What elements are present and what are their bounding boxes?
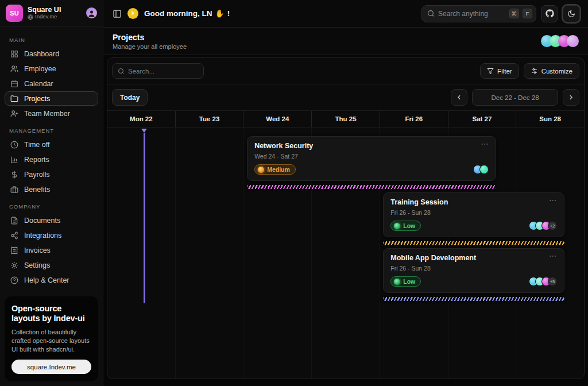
event-network-security: Network Security ⋯ Wed 24 - Sat 27 Mediu… (247, 136, 496, 189)
clock-icon (10, 140, 18, 149)
sliders-icon (531, 67, 538, 75)
promo-card: Open-source layouts by Indev-ui Collecti… (5, 296, 98, 381)
sidebar-item-label: Calendar (24, 80, 53, 88)
avatar (567, 35, 579, 47)
ellipsis-menu-icon[interactable]: ⋯ (549, 254, 557, 258)
customize-button[interactable]: Customize (524, 63, 579, 79)
sidebar-item-calendar[interactable]: Calendar (5, 76, 98, 91)
sidebar-item-label: Documents (24, 217, 60, 225)
calendar-toolbar: Today Dec 22 - Dec 28 (107, 84, 584, 110)
current-time-line (144, 133, 145, 303)
file-text-icon (10, 216, 18, 225)
greeting-text: Good morning, LN ✋ ! (144, 9, 230, 18)
search-icon (427, 10, 435, 17)
event-dates: Fri 26 - Sun 28 (390, 209, 557, 216)
priority-dot-icon (394, 279, 400, 285)
sidebar-toggle-button[interactable] (113, 9, 122, 18)
sidebar-item-employee[interactable]: Employee (5, 61, 98, 76)
user-plus-icon (10, 109, 18, 118)
sidebar-header: SU Square UI Indev.me (0, 0, 103, 26)
global-search-input[interactable] (438, 10, 506, 18)
sidebar-item-documents[interactable]: Documents (5, 213, 98, 227)
globe-icon (28, 14, 33, 20)
promo-link-button[interactable]: square.Indev.me (11, 360, 91, 374)
app-domain: Indev.me (35, 14, 57, 20)
date-range-button[interactable]: Dec 22 - Dec 28 (472, 89, 558, 106)
global-search[interactable]: ⌘ F (421, 5, 536, 22)
sidebar-item-payrolls[interactable]: Payrolls (5, 167, 98, 182)
extra-members-badge: +2 (548, 221, 557, 230)
logo-initials: SU (10, 10, 18, 17)
event-dates: Fri 26 - Sun 28 (390, 265, 557, 272)
github-button[interactable] (541, 5, 558, 22)
sidebar-item-label: Settings (24, 261, 50, 269)
today-button[interactable]: Today (112, 89, 148, 106)
sidebar-item-benefits[interactable]: Benefits (5, 182, 98, 196)
dashboard-grid-icon (10, 49, 18, 58)
projects-search[interactable] (112, 63, 204, 79)
calendar-icon (10, 79, 18, 88)
day-header-cell: Sun 28 (516, 111, 584, 127)
page-title: Projects (113, 33, 187, 42)
sidebar-item-help-center[interactable]: Help & Center (5, 273, 98, 287)
sidebar-item-label: Dashboard (24, 50, 59, 58)
event-title: Training Session (390, 198, 448, 206)
content-area: Filter Customize Today Dec 2 (103, 55, 588, 386)
chevron-right-icon (567, 94, 575, 101)
sidebar-item-label: Time off (24, 141, 49, 149)
sidebar-item-team-member[interactable]: Team Member (5, 106, 98, 121)
panel-left-icon (113, 9, 122, 18)
day-column (107, 128, 176, 379)
moon-icon (567, 10, 575, 18)
sidebar-item-invoices[interactable]: Invoices (5, 243, 98, 257)
panel-toolbar: Filter Customize (107, 58, 584, 84)
sidebar-item-reports[interactable]: Reports (5, 152, 98, 167)
sidebar-item-label: Projects (24, 95, 50, 103)
briefcase-icon (10, 185, 18, 194)
event-card[interactable]: Network Security ⋯ Wed 24 - Sat 27 Mediu… (247, 136, 496, 181)
sidebar-item-label: Team Member (24, 110, 70, 118)
sidebar-item-time-off[interactable]: Time off (5, 137, 98, 152)
priority-dot-icon (258, 167, 264, 173)
event-card[interactable]: Mobile App Development ⋯ Fri 26 - Sun 28… (383, 248, 564, 293)
event-card[interactable]: Training Session ⋯ Fri 26 - Sun 28 Low (383, 192, 564, 237)
prev-week-button[interactable] (451, 89, 467, 106)
ellipsis-menu-icon[interactable]: ⋯ (549, 198, 557, 203)
timeline-grid: Network Security ⋯ Wed 24 - Sat 27 Mediu… (107, 128, 584, 379)
priority-dot-icon (394, 223, 400, 229)
projects-panel: Filter Customize Today Dec 2 (107, 57, 585, 379)
projects-search-input[interactable] (128, 68, 198, 75)
nav-section-company: COMPANY (9, 203, 103, 210)
priority-badge: Low (390, 276, 421, 287)
sidebar-item-dashboard[interactable]: Dashboard (5, 47, 98, 61)
shortcut-cmd-key: ⌘ (509, 9, 520, 18)
sidebar-item-settings[interactable]: Settings (5, 258, 98, 272)
github-icon (546, 9, 554, 18)
day-column (176, 128, 244, 379)
sidebar-nav: MAIN Dashboard Employee Calendar Project… (0, 26, 103, 292)
user-avatar[interactable] (86, 7, 97, 18)
promo-title: Open-source layouts by Indev-ui (11, 304, 91, 324)
event-progress-bar (383, 297, 564, 301)
sidebar-item-label: Employee (24, 65, 56, 73)
users-icon (10, 64, 18, 73)
day-header-cell: Wed 24 (243, 111, 312, 127)
day-header-cell: Fri 26 (380, 111, 448, 127)
ellipsis-menu-icon[interactable]: ⋯ (481, 142, 489, 146)
theme-toggle-button[interactable] (563, 5, 580, 22)
filter-button[interactable]: Filter (480, 63, 519, 79)
main-area: ☀ Good morning, LN ✋ ! ⌘ F (103, 0, 588, 386)
app-name: Square UI (28, 6, 82, 14)
sidebar-item-integrations[interactable]: Integrations (5, 228, 98, 242)
next-week-button[interactable] (563, 89, 579, 106)
sidebar-item-label: Invoices (24, 246, 51, 254)
extra-members-badge: +5 (548, 277, 557, 286)
sidebar-item-projects[interactable]: Projects (5, 91, 98, 106)
event-progress-bar (247, 185, 496, 189)
event-title: Mobile App Development (390, 254, 476, 262)
day-header-cell: Mon 22 (107, 111, 176, 127)
share-nodes-icon (10, 231, 18, 240)
current-time-marker-icon (141, 129, 147, 133)
event-avatar-group: +5 (529, 277, 557, 286)
receipt-icon (10, 246, 18, 254)
